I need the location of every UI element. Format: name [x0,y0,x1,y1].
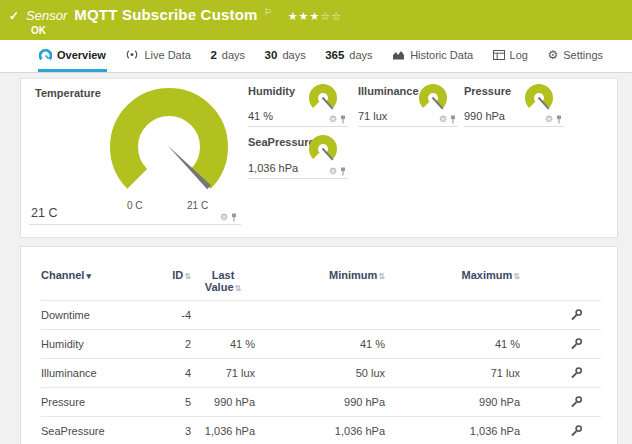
channel-last-value [191,301,255,330]
table-row: Downtime -4 [41,301,601,330]
channel-settings-icon[interactable] [570,337,583,350]
gauge-actions: ⚙ [220,213,237,222]
tab-number: 2 [210,49,216,61]
sensor-status-badge: OK [31,25,46,36]
sensor-overview-page: ✓ Sensor MQTT Subscribe Custom ⚐ ★★★☆☆ O… [0,0,632,444]
channel-settings-icon[interactable] [570,366,583,379]
column-header-maximum[interactable]: Maximum⇅ [385,261,520,301]
gear-icon: ⚙ [547,49,558,61]
gauge-block-humidity: Humidity 41 % ⚙ [248,85,348,127]
channel-settings-icon[interactable] [570,308,583,321]
pin-icon[interactable] [556,115,562,124]
channel-last-value: 41 % [191,330,255,359]
gauge-title: Humidity [248,85,295,97]
log-table-icon [493,50,505,60]
channel-name: SeaPressure [41,417,151,444]
gauge-value: 71 lux [358,110,387,122]
tab-label: Log [510,49,528,61]
seapressure-gauge-icon [304,135,344,166]
sensor-type-label: Sensor [26,8,67,23]
channel-gear-icon[interactable]: ⚙ [545,115,553,124]
gauge-block-illuminance: Illuminance 71 lux ⚙ [358,85,458,127]
sensor-name: MQTT Subscribe Custom [74,6,257,23]
column-header-minimum[interactable]: Minimum⇅ [255,261,385,301]
stars-empty[interactable]: ☆☆ [320,10,342,22]
channel-last-value: 71 lux [191,359,255,388]
pin-icon[interactable] [231,213,237,222]
channel-maximum [385,301,520,330]
sort-icon: ⇅ [378,272,385,281]
temperature-gauge-icon [99,85,239,205]
gauge-actions: ⚙ [545,115,562,124]
channel-minimum: 50 lux [255,359,385,388]
channel-minimum: 1,036 hPa [255,417,385,444]
tab-label: Historic Data [410,49,473,61]
tab-historic-data[interactable]: Historic Data [391,40,474,72]
flag-icon[interactable]: ⚐ [264,7,272,17]
sort-caret-icon: ▾ [86,271,91,281]
channel-id: -4 [151,301,191,330]
tab-overview[interactable]: Overview [38,40,107,72]
gauge-title: Illuminance [358,85,419,97]
gauge-block-seapressure: SeaPressure 1,036 hPa ⚙ [248,136,348,179]
channel-last-value: 990 hPa [191,388,255,417]
gauge-icon [39,49,52,61]
gauge-title: Pressure [464,85,511,97]
pin-icon[interactable] [450,115,456,124]
tab-settings[interactable]: ⚙ Settings [546,40,604,72]
table-row: Pressure 5 990 hPa 990 hPa 990 hPa [41,388,601,417]
pin-icon[interactable] [340,115,346,124]
sort-icon: ⇅ [513,272,520,281]
chart-icon [392,50,405,60]
tab-log[interactable]: Log [492,40,529,72]
column-header-settings [520,261,601,301]
tab-label: days [282,49,305,61]
tab-label: Overview [57,49,106,61]
channel-gear-icon[interactable]: ⚙ [329,115,337,124]
sort-icon: ⇅ [184,272,191,281]
tab-2-days[interactable]: 2 days [209,40,246,72]
pressure-gauge-icon [520,84,560,115]
sort-icon: ⇅ [235,284,242,293]
channel-maximum: 1,036 hPa [385,417,520,444]
channel-name: Pressure [41,388,151,417]
stars-filled[interactable]: ★★★ [288,10,321,22]
channel-name: Downtime [41,301,151,330]
channel-id: 5 [151,388,191,417]
channel-name: Illuminance [41,359,151,388]
gauge-block-pressure: Pressure 990 hPa ⚙ [464,85,564,127]
column-header-last-value[interactable]: LastValue⇅ [191,261,255,301]
channel-gear-icon[interactable]: ⚙ [329,167,337,176]
gauge-value: 41 % [248,110,273,122]
channel-minimum: 990 hPa [255,388,385,417]
column-header-channel[interactable]: Channel▾ [41,261,151,301]
sensor-header: ✓ Sensor MQTT Subscribe Custom ⚐ ★★★☆☆ O… [0,0,632,40]
channel-maximum: 990 hPa [385,388,520,417]
column-header-id[interactable]: ID⇅ [151,261,191,301]
channel-maximum: 41 % [385,330,520,359]
gauge-actions: ⚙ [439,115,456,124]
channel-gear-icon[interactable]: ⚙ [439,115,447,124]
gauges-panel: Temperature 0 C 21 C 21 C ⚙ Humidity 41 … [20,78,618,238]
priority-stars[interactable]: ★★★☆☆ [288,10,342,23]
humidity-gauge-icon [304,84,344,115]
channel-minimum [255,301,385,330]
sensor-title-line: ✓ Sensor MQTT Subscribe Custom ⚐ ★★★☆☆ [9,6,342,23]
table-row: SeaPressure 3 1,036 hPa 1,036 hPa 1,036 … [41,417,601,444]
channel-settings-icon[interactable] [570,395,583,408]
pin-icon[interactable] [340,167,346,176]
channel-settings-icon[interactable] [570,424,583,437]
channel-gear-icon[interactable]: ⚙ [220,213,228,222]
tab-live-data[interactable]: Live Data [124,40,191,72]
gauge-value: 1,036 hPa [248,162,298,174]
tab-365-days[interactable]: 365 days [324,40,373,72]
illuminance-gauge-icon [414,84,454,115]
gauge-actions: ⚙ [329,115,346,124]
gauge-value: 21 C [31,206,57,220]
table-header-row: Channel▾ ID⇅ LastValue⇅ Minimum⇅ Maximum… [41,261,601,301]
channel-id: 3 [151,417,191,444]
channel-maximum: 71 lux [385,359,520,388]
tab-30-days[interactable]: 30 days [264,40,307,72]
gauge-scale-min: 0 C [127,200,143,211]
tab-label: days [222,49,245,61]
